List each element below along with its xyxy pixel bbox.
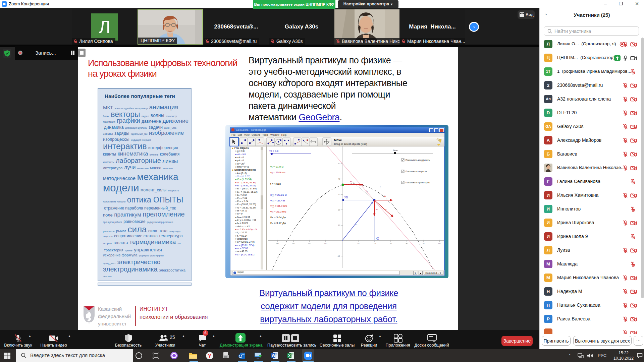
- svg-text:50: 50: [422, 242, 425, 244]
- svg-text:-40: -40: [276, 242, 279, 244]
- svg-text:vₓ = 10.9 м/с: vₓ = 10.9 м/с: [270, 171, 285, 174]
- svg-text:x(t): x(t): [376, 237, 379, 240]
- svg-text:Показывать траекторию: Показывать траекторию: [406, 181, 430, 184]
- svg-text:Move: Move: [334, 138, 342, 142]
- svg-text:X: X: [288, 354, 291, 358]
- svg-text:30: 30: [338, 193, 340, 195]
- svg-text:30: 30: [390, 242, 392, 244]
- svg-text:-20: -20: [308, 242, 311, 244]
- svg-text:20: 20: [374, 242, 376, 244]
- svg-text:Показывать скорость: Показывать скорость: [406, 170, 427, 173]
- svg-text:20: 20: [338, 209, 340, 211]
- svg-text:10: 10: [338, 224, 340, 226]
- svg-text:40: 40: [338, 178, 340, 180]
- svg-text:vₓ: vₓ: [384, 195, 386, 197]
- svg-text:time: time: [393, 149, 398, 152]
- svg-text:-30: -30: [292, 242, 295, 244]
- svg-text:40: 40: [406, 242, 408, 244]
- svg-text:vₓt = 26.3 м/с: vₓt = 26.3 м/с: [270, 210, 286, 213]
- svg-text:t = 4.51s: t = 4.51s: [270, 182, 281, 185]
- svg-text:-10: -10: [324, 242, 327, 244]
- svg-text:vₓ: vₓ: [350, 180, 352, 182]
- svg-text:60: 60: [438, 242, 441, 244]
- svg-text:10: 10: [357, 242, 360, 244]
- svg-text:Показывать координаты: Показывать координаты: [406, 159, 430, 162]
- svg-text:Eₚ = 3.17 Дж: Eₚ = 3.17 Дж: [270, 222, 286, 225]
- svg-text:университет: университет: [98, 321, 127, 326]
- svg-text:50: 50: [338, 163, 340, 165]
- svg-text:y(t): y(t): [344, 196, 348, 198]
- svg-text:W: W: [272, 354, 275, 358]
- svg-text:v0 = 9.8: v0 = 9.8: [269, 149, 278, 153]
- svg-text:-10: -10: [337, 255, 340, 257]
- svg-text:↓: ↓: [380, 185, 381, 188]
- svg-text:ИНСТИТУТ: ИНСТИТУТ: [140, 306, 168, 312]
- svg-text:психологии и образования: психологии и образования: [140, 314, 208, 320]
- svg-text:Казанский: Казанский: [98, 306, 122, 312]
- svg-text:федеральный: федеральный: [98, 313, 131, 319]
- svg-text:v(t) = 36.9 м/с: v(t) = 36.9 м/с: [270, 204, 287, 207]
- svg-text:x(t) = 29.81 м: x(t) = 29.81 м: [270, 193, 286, 196]
- svg-text:vₔ: vₔ: [376, 208, 378, 210]
- svg-text:y(t) = 37.4 м: y(t) = 37.4 м: [270, 199, 285, 202]
- svg-text:v: v: [385, 208, 387, 210]
- svg-text:Drag or select objects (Esc): Drag or select objects (Esc): [334, 142, 367, 145]
- svg-text:vₓ = 91.9 м: vₓ = 91.9 м: [270, 165, 283, 168]
- svg-text:↘: ↘: [366, 190, 368, 192]
- svg-text:Eₖ = 3.04 Дж: Eₖ = 3.04 Дж: [270, 216, 286, 219]
- svg-text:vb: vb: [355, 223, 357, 226]
